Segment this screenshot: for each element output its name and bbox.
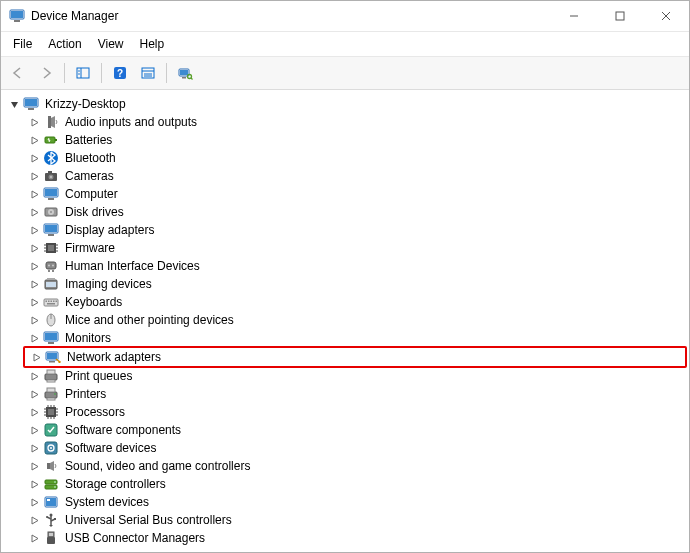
tree-item[interactable]: Keyboards	[23, 293, 687, 311]
collapse-icon[interactable]	[7, 97, 21, 111]
expand-icon[interactable]	[27, 477, 41, 491]
toolbar-separator	[101, 63, 102, 83]
tree-item[interactable]: Disk drives	[23, 203, 687, 221]
expand-icon[interactable]	[27, 531, 41, 545]
category-label: Computer	[63, 187, 120, 201]
expand-icon[interactable]	[27, 369, 41, 383]
menu-file[interactable]: File	[5, 35, 40, 53]
category-label: Sound, video and game controllers	[63, 459, 252, 473]
svg-rect-7	[77, 68, 89, 78]
tree-item[interactable]: Batteries	[23, 131, 687, 149]
expand-icon[interactable]	[27, 205, 41, 219]
computer-icon	[43, 186, 59, 202]
expand-icon[interactable]	[27, 441, 41, 455]
category-label: Print queues	[63, 369, 134, 383]
tree-item[interactable]: Print queues	[23, 367, 687, 385]
svg-rect-2	[14, 20, 20, 22]
tree-item[interactable]: Processors	[23, 403, 687, 421]
expand-icon[interactable]	[27, 223, 41, 237]
category-label: Human Interface Devices	[63, 259, 202, 273]
help-button[interactable]: ?	[107, 60, 133, 86]
usbconn-icon	[43, 530, 59, 546]
display-icon	[43, 222, 59, 238]
expand-icon[interactable]	[27, 423, 41, 437]
close-button[interactable]	[643, 1, 689, 31]
expand-icon[interactable]	[27, 133, 41, 147]
category-label: Disk drives	[63, 205, 126, 219]
expand-icon[interactable]	[29, 350, 43, 364]
tree-item[interactable]: Storage controllers	[23, 475, 687, 493]
tree-item[interactable]: Imaging devices	[23, 275, 687, 293]
sound-icon	[43, 458, 59, 474]
expand-icon[interactable]	[27, 295, 41, 309]
tree-item[interactable]: USB Connector Managers	[23, 529, 687, 547]
scan-hardware-button[interactable]	[172, 60, 198, 86]
menubar: File Action View Help	[1, 32, 689, 57]
bluetooth-icon	[43, 150, 59, 166]
tree-root-row[interactable]: Krizzy-Desktop	[3, 95, 687, 113]
menu-help[interactable]: Help	[132, 35, 173, 53]
device-tree-content[interactable]: Krizzy-Desktop Audio inputs and outputsB…	[1, 90, 689, 552]
show-hide-tree-button[interactable]	[70, 60, 96, 86]
menu-action[interactable]: Action	[40, 35, 89, 53]
tree-item[interactable]: Printers	[23, 385, 687, 403]
tree-item[interactable]: Firmware	[23, 239, 687, 257]
expand-icon[interactable]	[27, 187, 41, 201]
back-button[interactable]	[5, 60, 31, 86]
tree-item[interactable]: Display adapters	[23, 221, 687, 239]
category-label: Batteries	[63, 133, 114, 147]
tree-item[interactable]: Network adapters	[25, 348, 685, 366]
svg-rect-19	[182, 77, 186, 79]
minimize-button[interactable]	[551, 1, 597, 31]
tree-item[interactable]: Universal Serial Bus controllers	[23, 511, 687, 529]
category-label: System devices	[63, 495, 151, 509]
tree-item[interactable]: Bluetooth	[23, 149, 687, 167]
svg-rect-23	[25, 99, 37, 106]
forward-button[interactable]	[33, 60, 59, 86]
speaker-icon	[43, 114, 59, 130]
system-icon	[43, 494, 59, 510]
expand-icon[interactable]	[27, 115, 41, 129]
maximize-button[interactable]	[597, 1, 643, 31]
tree-item[interactable]: Software devices	[23, 439, 687, 457]
expand-icon[interactable]	[27, 459, 41, 473]
category-label: Keyboards	[63, 295, 124, 309]
expand-icon[interactable]	[27, 241, 41, 255]
expand-icon[interactable]	[27, 495, 41, 509]
printqueue-icon	[43, 368, 59, 384]
expand-icon[interactable]	[27, 405, 41, 419]
svg-point-10	[78, 73, 80, 75]
tree-item[interactable]: Audio inputs and outputs	[23, 113, 687, 131]
expand-icon[interactable]	[27, 513, 41, 527]
tree-item[interactable]: Sound, video and game controllers	[23, 457, 687, 475]
tree-item[interactable]: Software components	[23, 421, 687, 439]
expand-icon[interactable]	[27, 259, 41, 273]
swdev-icon	[43, 440, 59, 456]
tree-item[interactable]: Mice and other pointing devices	[23, 311, 687, 329]
category-label: Audio inputs and outputs	[63, 115, 199, 129]
expand-icon[interactable]	[27, 387, 41, 401]
printer-icon	[43, 386, 59, 402]
expand-icon[interactable]	[27, 313, 41, 327]
expand-icon[interactable]	[27, 169, 41, 183]
expand-icon[interactable]	[27, 277, 41, 291]
expand-icon[interactable]	[27, 331, 41, 345]
category-label: Firmware	[63, 241, 117, 255]
svg-rect-4	[616, 12, 624, 20]
storage-icon	[43, 476, 59, 492]
category-label: Mice and other pointing devices	[63, 313, 236, 327]
tree-item[interactable]: Computer	[23, 185, 687, 203]
toolbar: ?	[1, 57, 689, 90]
properties-button[interactable]	[135, 60, 161, 86]
tree-item[interactable]: System devices	[23, 493, 687, 511]
category-label: Storage controllers	[63, 477, 168, 491]
tree-item[interactable]: Human Interface Devices	[23, 257, 687, 275]
expand-icon[interactable]	[27, 151, 41, 165]
usb-icon	[43, 512, 59, 528]
network-icon	[45, 349, 61, 365]
tree-item[interactable]: Cameras	[23, 167, 687, 185]
svg-point-9	[78, 70, 80, 72]
tree-item[interactable]: Monitors	[23, 329, 687, 347]
category-label: Bluetooth	[63, 151, 118, 165]
menu-view[interactable]: View	[90, 35, 132, 53]
